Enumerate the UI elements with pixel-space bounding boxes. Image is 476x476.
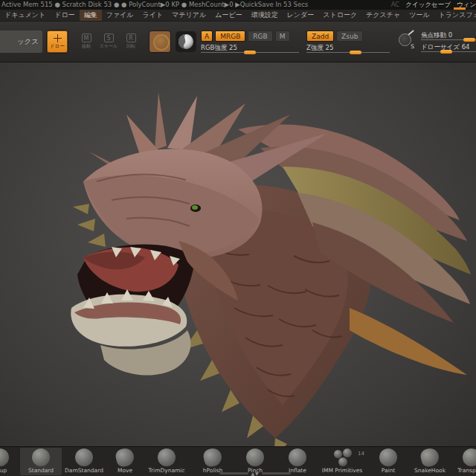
menu-edit[interactable]: 編集 (80, 10, 102, 22)
brush-thumbnail (158, 448, 176, 466)
brush-thumbnail (115, 447, 135, 468)
memory-status-text: Active Mem 515 ● Scratch Disk 53 ● ● Pol… (0, 0, 308, 10)
menu-bar: ドキュメント ドロー 編集 ファイル ライト マテリアル ムービー 環境設定 レ… (0, 10, 476, 22)
z-intensity-slider[interactable]: Z強度 25 (306, 44, 390, 53)
menu-stroke[interactable]: ストローク (318, 10, 361, 22)
brush-thumbnail (419, 447, 440, 468)
move-mode-button[interactable]: M 移動 (77, 30, 95, 53)
dragon-head-sculpt (0, 62, 476, 446)
scale-mode-button[interactable]: S スケール (100, 30, 118, 53)
brush-thumbnail (289, 448, 306, 466)
zsub-button[interactable]: Zsub (336, 30, 363, 42)
brush-move[interactable]: Move (104, 448, 146, 475)
pen-icon (408, 30, 414, 35)
brush-paint[interactable]: Paint (367, 448, 409, 475)
brush-thumbnail (202, 447, 223, 468)
brush-thumbnail (0, 448, 9, 466)
menu-document[interactable]: ドキュメント (0, 10, 50, 22)
sculpt-mode-group: Zadd Zsub Z強度 25 (306, 30, 390, 53)
color-swatch[interactable] (149, 30, 171, 53)
brush-transpose[interactable]: Transpose (451, 448, 476, 475)
menu-render[interactable]: レンダー (283, 10, 319, 22)
rgb-intensity-handle[interactable] (244, 51, 256, 54)
dragon-mouth (71, 245, 195, 376)
menu-tool[interactable]: ツール (405, 10, 434, 22)
sculpt-canvas[interactable] (0, 62, 476, 446)
menu-light[interactable]: ライト (138, 10, 168, 22)
focal-shift-slider[interactable]: 焦点移動 0 (421, 31, 476, 40)
edit-draw-button[interactable]: ドロー (46, 30, 68, 54)
menu-texture[interactable]: テクスチャ (361, 10, 405, 22)
menu-draw[interactable]: ドロー (50, 10, 79, 22)
brush-tray: ildup Standard DamStandard Move TrimDyna… (0, 446, 476, 476)
brush-thumbnail (246, 448, 264, 466)
menu-preferences[interactable]: 環境設定 (247, 10, 283, 22)
menu-file[interactable]: ファイル (102, 10, 138, 22)
focal-shift-handle[interactable] (463, 38, 475, 42)
brush-thumbnail (379, 448, 397, 466)
lightbox-button[interactable]: ックス (0, 30, 42, 53)
m-button[interactable]: M (275, 30, 290, 42)
anchor-a-button[interactable]: A (201, 30, 213, 42)
material-sphere-icon (178, 33, 194, 50)
move-cross-icon (54, 34, 62, 42)
brush-tray-scrollbar[interactable]: ▲▼ (219, 472, 291, 475)
rgb-intensity-slider[interactable]: RGB強度 25 (201, 44, 299, 53)
z-intensity-handle[interactable] (350, 51, 361, 54)
material-picker[interactable] (176, 31, 196, 52)
brush-snakehook[interactable]: SnakeHook (409, 448, 451, 475)
draw-size-slider[interactable]: ドローサイズ 64 Dynamic (421, 43, 476, 52)
scroll-arrows-icon[interactable]: ▲▼ (248, 471, 261, 476)
rotate-mode-button[interactable]: R 回転 (122, 30, 140, 53)
mrgb-button[interactable]: MRGB (215, 30, 245, 42)
menu-movie[interactable]: ムービー (210, 10, 246, 22)
brush-standard[interactable]: Standard (20, 448, 62, 475)
brush-claybuildup[interactable]: ildup (0, 448, 21, 475)
brush-thumbnail (32, 448, 50, 466)
dragon-head (73, 149, 263, 259)
menu-material[interactable]: マテリアル (167, 10, 210, 22)
brush-damstandard[interactable]: DamStandard (63, 448, 105, 475)
menu-transform[interactable]: トランスフォーム (434, 10, 476, 22)
focal-drawsize-group: 焦点移動 0 ドローサイズ 64 Dynamic (421, 31, 476, 52)
top-shelf: ックス ドロー M 移動 S スケール R 回転 (0, 22, 476, 62)
brush-thumbnail (333, 448, 351, 466)
paint-mode-group: A MRGB RGB M RGB強度 25 (201, 30, 299, 53)
brush-count-badge: 14 (358, 451, 364, 457)
brush-trimdynamic[interactable]: TrimDynamic (146, 448, 187, 475)
stroke-gauge-icon[interactable]: S (399, 33, 415, 50)
title-bar: Active Mem 515 ● Scratch Disk 53 ● ● Pol… (0, 0, 476, 10)
ac-label: AC (391, 0, 400, 10)
rgb-button[interactable]: RGB (248, 30, 272, 42)
zbrush-window: Active Mem 515 ● Scratch Disk 53 ● ● Pol… (0, 0, 476, 476)
brush-thumbnail (75, 448, 93, 466)
brush-thumbnail (463, 448, 476, 466)
brush-imm-primitives[interactable]: 14 IMM Primitives (318, 448, 366, 475)
draw-size-handle[interactable] (440, 50, 452, 54)
zadd-button[interactable]: Zadd (306, 30, 334, 42)
quicksave-button[interactable]: クイックセーブ (405, 0, 451, 10)
